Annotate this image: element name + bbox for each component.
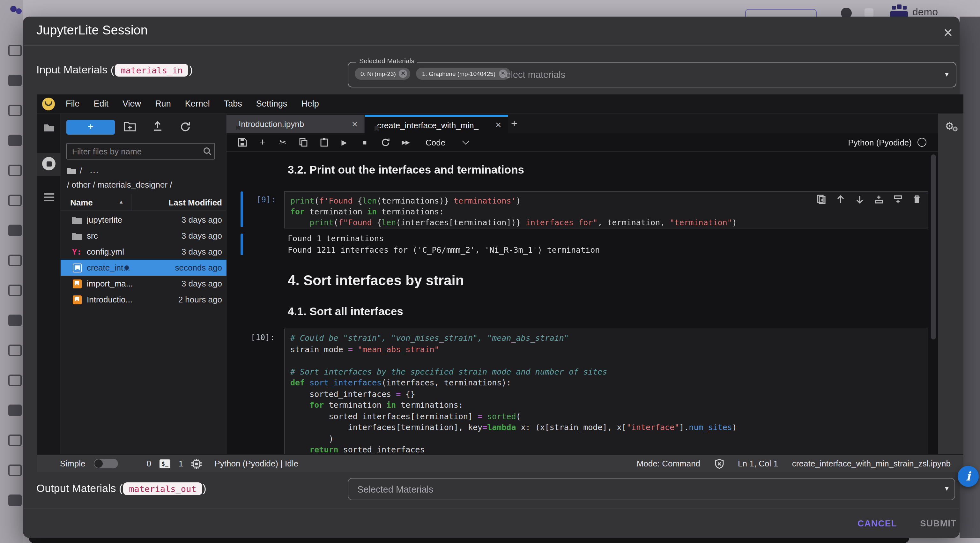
column-header-modified[interactable]: Last Modified <box>131 198 222 207</box>
chip-remove-icon[interactable]: ✕ <box>399 70 407 78</box>
new-tab-button[interactable]: + <box>511 118 517 130</box>
breadcrumb-path[interactable]: / other / materials_designer / <box>67 180 172 189</box>
kernel-chip-icon[interactable] <box>191 459 202 469</box>
sort-caret-icon: ▲ <box>119 199 124 205</box>
notebook-scrollbar[interactable] <box>931 154 936 339</box>
new-launcher-button[interactable]: + <box>66 120 115 135</box>
file-modified: seconds ago <box>175 263 222 272</box>
background-sidebar-icon <box>8 165 22 176</box>
info-fab-button[interactable]: i <box>958 466 979 487</box>
table-of-contents-icon[interactable] <box>44 193 54 202</box>
file-row[interactable]: jupyterlite 3 days ago <box>60 212 226 228</box>
menu-file[interactable]: File <box>59 94 87 113</box>
code-cell-10-editor[interactable]: # Could be "strain", "von_mises_strain",… <box>284 329 928 454</box>
close-icon[interactable]: ✕ <box>943 25 953 40</box>
restart-run-all-icon[interactable]: ▶▶ <box>401 139 410 145</box>
unsaved-dot-indicator <box>124 266 129 270</box>
stop-kernel-icon[interactable]: ■ <box>360 139 369 146</box>
cell-collapser[interactable] <box>240 191 243 227</box>
menu-tabs[interactable]: Tabs <box>217 94 249 113</box>
breadcrumb-root[interactable]: / <box>80 166 82 175</box>
upload-icon[interactable] <box>152 121 163 131</box>
markdown-heading-4: 4. Sort interfaces by strain <box>288 272 464 289</box>
breadcrumb-home-folder-icon[interactable] <box>67 167 76 174</box>
file-modified: 3 days ago <box>181 215 222 225</box>
file-row[interactable]: Introductio... 2 hours ago <box>60 291 226 307</box>
move-down-icon[interactable] <box>855 194 864 204</box>
insert-cell-icon[interactable]: + <box>258 137 267 148</box>
menu-edit[interactable]: Edit <box>87 94 116 113</box>
file-name: src <box>87 231 181 240</box>
tab-close-icon[interactable]: ✕ <box>352 119 358 129</box>
simple-mode-toggle[interactable] <box>94 459 118 468</box>
terminal-icon[interactable]: $_ <box>159 459 170 468</box>
menu-run[interactable]: Run <box>148 94 178 113</box>
output-collapser[interactable] <box>240 234 243 255</box>
trust-shield-icon <box>714 459 724 469</box>
copy-cells-icon[interactable] <box>299 138 308 147</box>
insert-above-icon[interactable] <box>874 194 884 204</box>
menu-help[interactable]: Help <box>294 94 326 113</box>
background-sidebar-icon <box>8 374 22 386</box>
paste-cells-icon[interactable] <box>319 138 329 147</box>
menu-kernel[interactable]: Kernel <box>178 94 217 113</box>
column-header-name[interactable]: Name <box>70 198 93 207</box>
material-chip[interactable]: 1: Graphene (mp-1040425) ✕ <box>416 68 510 80</box>
filter-files-input[interactable] <box>66 143 215 159</box>
background-app-logo <box>10 6 17 12</box>
material-chip[interactable]: 0: Ni (mp-23) ✕ <box>355 68 410 80</box>
output-materials-suffix: ) <box>203 482 207 495</box>
file-row[interactable]: src 3 days ago <box>60 228 226 244</box>
running-sessions-icon[interactable] <box>42 157 56 170</box>
duplicate-cell-icon[interactable] <box>817 194 826 204</box>
move-up-icon[interactable] <box>836 194 845 204</box>
tab-close-icon[interactable]: ✕ <box>495 121 501 129</box>
simple-mode-label: Simple <box>60 459 86 468</box>
user-avatar <box>889 6 908 18</box>
output-materials-prefix: Output Materials ( <box>37 482 123 495</box>
cut-cells-icon[interactable]: ✂ <box>278 137 288 147</box>
cancel-button[interactable]: CANCEL <box>858 518 897 528</box>
cell-type-select[interactable]: Code <box>426 137 468 147</box>
materials-select-legend: Selected Materials <box>356 57 418 64</box>
background-sidebar-icon <box>8 75 22 86</box>
kernel-indicator[interactable]: Python (Pyodide) <box>848 137 926 147</box>
output-materials-select-label: Selected Materials <box>357 484 434 495</box>
files-tab-folder-icon[interactable] <box>43 123 55 132</box>
refresh-icon[interactable] <box>180 121 191 132</box>
tab-create-interface[interactable]: create_interface_with_min_ ✕ <box>365 115 508 133</box>
run-cell-icon[interactable]: ▶ <box>339 138 349 146</box>
breadcrumb-ellipsis[interactable]: … <box>89 164 99 175</box>
submit-button[interactable]: SUBMIT <box>920 518 957 528</box>
restart-kernel-icon[interactable] <box>380 138 390 147</box>
menu-settings[interactable]: Settings <box>249 94 294 113</box>
file-row-selected[interactable]: create_int... seconds ago <box>60 260 226 275</box>
user-name: demo <box>912 6 938 18</box>
kernel-status-text[interactable]: Python (Pyodide) | Idle <box>215 459 298 468</box>
save-icon[interactable] <box>237 138 247 147</box>
command-mode-indicator[interactable]: Mode: Command <box>637 459 700 468</box>
new-folder-icon[interactable] <box>124 121 136 131</box>
dropdown-caret-icon[interactable]: ▼ <box>943 71 950 78</box>
jupyterlite-logo-icon <box>42 97 55 110</box>
markdown-heading-41: 4.1. Sort all interfaces <box>288 305 403 318</box>
output-materials-select[interactable] <box>348 478 955 500</box>
file-name: create_int... <box>87 263 175 272</box>
dropdown-caret-icon[interactable]: ▼ <box>943 485 950 492</box>
background-sidebar-icon <box>8 344 22 356</box>
material-chip-label: 1: Graphene (mp-1040425) <box>422 70 495 77</box>
file-row[interactable]: Y: config.yml 3 days ago <box>60 244 226 260</box>
tab-introduction[interactable]: Introduction.ipynb ✕ <box>226 115 365 133</box>
file-row[interactable]: import_ma... 3 days ago <box>60 275 226 291</box>
header-divider <box>60 210 226 211</box>
cell10-prompt: [10]: <box>251 333 275 342</box>
file-modified: 2 hours ago <box>178 295 222 304</box>
background-sidebar-icon <box>8 194 22 206</box>
cursor-position[interactable]: Ln 1, Col 1 <box>738 459 778 468</box>
file-name: config.yml <box>87 247 181 256</box>
property-inspector-gears-icon[interactable]: ⚙⚙ <box>945 120 954 132</box>
notebook-content[interactable]: 3.2. Print out the interfaces and termin… <box>226 152 938 454</box>
delete-cell-icon[interactable] <box>912 194 921 204</box>
insert-below-icon[interactable] <box>893 194 903 204</box>
menu-view[interactable]: View <box>116 94 148 113</box>
